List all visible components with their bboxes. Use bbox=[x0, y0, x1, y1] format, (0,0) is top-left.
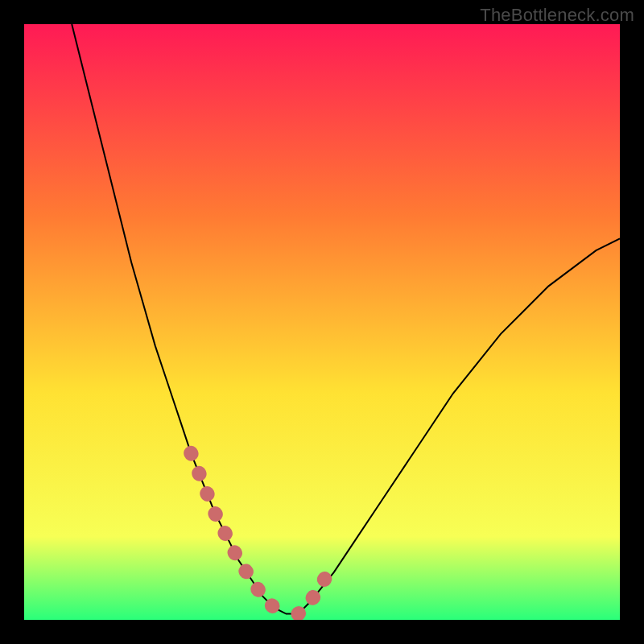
chart-container bbox=[24, 24, 620, 620]
chart-background bbox=[24, 24, 620, 620]
bottleneck-chart bbox=[24, 24, 620, 620]
watermark-text: TheBottleneck.com bbox=[480, 5, 634, 26]
